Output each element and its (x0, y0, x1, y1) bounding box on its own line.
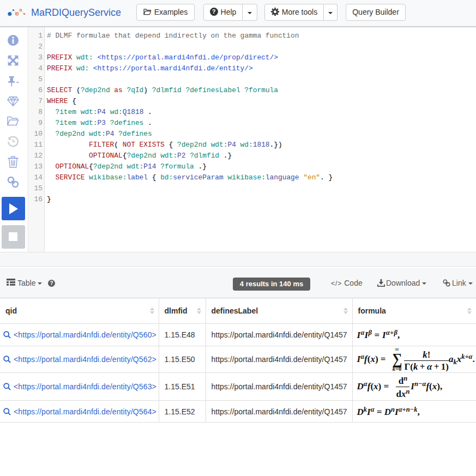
svg-text:R: R (16, 13, 19, 16)
